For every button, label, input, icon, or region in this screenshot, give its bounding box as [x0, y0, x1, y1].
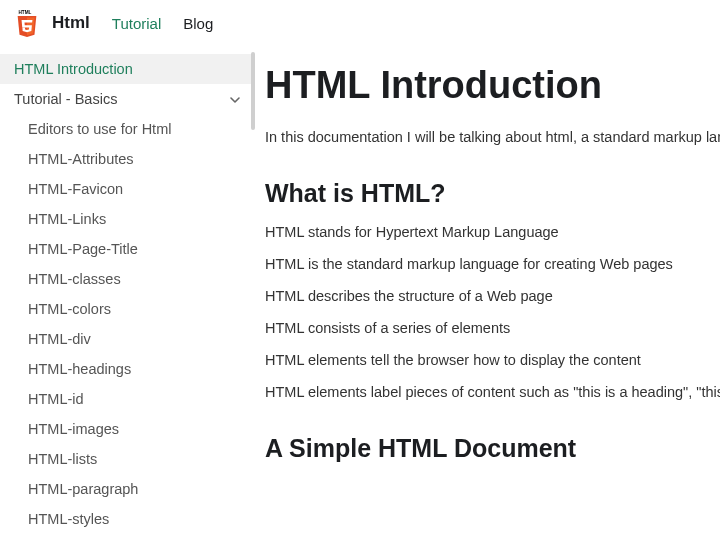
fact-line: HTML is the standard markup language for…: [265, 256, 720, 272]
html5-logo-icon: HTML: [14, 10, 40, 36]
fact-line: HTML elements label pieces of content su…: [265, 384, 720, 400]
sidebar-item-label: HTML-headings: [28, 361, 131, 377]
chevron-down-icon: [229, 93, 241, 105]
fact-line: HTML elements tell the browser how to di…: [265, 352, 720, 368]
sidebar-item-label: HTML-id: [28, 391, 84, 407]
sidebar-item-label: HTML-colors: [28, 301, 111, 317]
sidebar-section-label: Tutorial - Basics: [14, 91, 117, 107]
sidebar-item-label: HTML-Favicon: [28, 181, 123, 197]
sidebar-item-label: HTML-div: [28, 331, 91, 347]
sidebar-item-label: HTML-classes: [28, 271, 121, 287]
sidebar-item-label: HTML-images: [28, 421, 119, 437]
sidebar-item-label: HTML-Links: [28, 211, 106, 227]
sidebar-item-div[interactable]: HTML-div: [0, 324, 255, 354]
topnav-item-tutorial[interactable]: Tutorial: [112, 15, 161, 32]
page-title: HTML Introduction: [265, 64, 720, 107]
sidebar-item-id[interactable]: HTML-id: [0, 384, 255, 414]
sidebar-item-classes[interactable]: HTML-classes: [0, 264, 255, 294]
sidebar-item-label: HTML-styles: [28, 511, 109, 527]
sidebar-item-page-title[interactable]: HTML-Page-Title: [0, 234, 255, 264]
section-heading-what-is-html: What is HTML?: [265, 179, 720, 208]
sidebar-item-headings[interactable]: HTML-headings: [0, 354, 255, 384]
sidebar-item-label: HTML-Page-Title: [28, 241, 138, 257]
sidebar-item-label: HTML-Attributes: [28, 151, 134, 167]
sidebar-item-editors[interactable]: Editors to use for Html: [0, 114, 255, 144]
sidebar-item-html-introduction[interactable]: HTML Introduction: [0, 54, 255, 84]
topnav-item-blog[interactable]: Blog: [183, 15, 213, 32]
sidebar-item-images[interactable]: HTML-images: [0, 414, 255, 444]
sidebar-item-attributes[interactable]: HTML-Attributes: [0, 144, 255, 174]
sidebar-item-styles[interactable]: HTML-styles: [0, 504, 255, 534]
brand-title[interactable]: Html: [52, 13, 90, 33]
sidebar-item-favicon[interactable]: HTML-Favicon: [0, 174, 255, 204]
sidebar-item-label: HTML-paragraph: [28, 481, 138, 497]
main-layout: HTML Introduction Tutorial - Basics Edit…: [0, 46, 720, 540]
sidebar-item-label: Editors to use for Html: [28, 121, 171, 137]
sidebar-item-links[interactable]: HTML-Links: [0, 204, 255, 234]
intro-paragraph: In this documentation I will be talking …: [265, 129, 720, 145]
sidebar-item-lists[interactable]: HTML-lists: [0, 444, 255, 474]
sidebar-item-label: HTML-lists: [28, 451, 97, 467]
sidebar-section-tutorial-basics[interactable]: Tutorial - Basics: [0, 84, 255, 114]
content: HTML Introduction In this documentation …: [255, 46, 720, 540]
fact-line: HTML describes the structure of a Web pa…: [265, 288, 720, 304]
sidebar-item-colors[interactable]: HTML-colors: [0, 294, 255, 324]
sidebar-item-label: HTML Introduction: [14, 61, 133, 77]
scrollbar-thumb[interactable]: [251, 52, 255, 130]
sidebar[interactable]: HTML Introduction Tutorial - Basics Edit…: [0, 46, 255, 540]
fact-line: HTML consists of a series of elements: [265, 320, 720, 336]
topbar: HTML Html Tutorial Blog: [0, 0, 720, 46]
sidebar-item-paragraph[interactable]: HTML-paragraph: [0, 474, 255, 504]
fact-line: HTML stands for Hypertext Markup Languag…: [265, 224, 720, 240]
svg-text:HTML: HTML: [18, 10, 31, 15]
top-nav: Tutorial Blog: [112, 15, 214, 32]
section-heading-simple-document: A Simple HTML Document: [265, 434, 720, 463]
